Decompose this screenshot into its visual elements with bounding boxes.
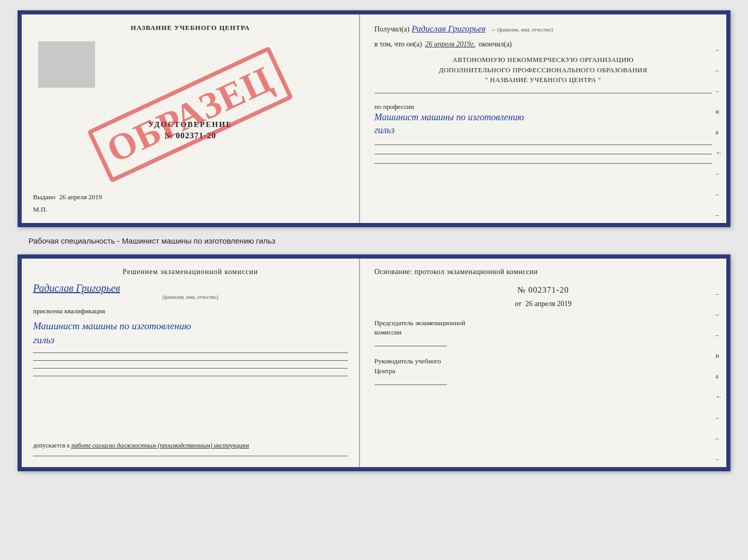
org-block: АВТОНОМНУЮ НЕКОММЕРЧЕСКУЮ ОРГАНИЗАЦИЮ ДО… (375, 55, 712, 85)
predsedatel-sig-line (375, 345, 447, 346)
photo-placeholder (38, 41, 95, 88)
qualification-name: Машинист машины по изготовлению гильз (33, 319, 348, 347)
profession-block: по профессии Машинист машины по изготовл… (375, 103, 712, 137)
org-line3: " НАЗВАНИЕ УЧЕБНОГО ЦЕНТРА " (375, 75, 712, 85)
dopusk-underline (33, 456, 348, 456)
kvalif-underline1 (33, 353, 348, 353)
rukovoditel-line1: Руководитель учебного (375, 357, 712, 366)
bottom-fio-sub: (фамилия, имя, отчество) (33, 294, 348, 300)
bottom-person-name: Радислав Григорьев (33, 282, 348, 294)
top-cert-right: Получил(а) Радислав Григорьев – (фамилия… (360, 14, 726, 223)
right-dashes-bottom: – – – и а ← – – – (715, 290, 722, 463)
prof-underline (375, 144, 712, 145)
predsedatel-block: Председатель экзаменационной комиссии (375, 318, 712, 346)
prisvoena-text: присвоена квалификация (33, 307, 348, 315)
vydano-row: Выдано 26 апреля 2019 (33, 193, 348, 203)
bottom-person-name-block: Радислав Григорьев (фамилия, имя, отчест… (33, 280, 348, 300)
protocol-date: 26 апреля 2019 (525, 300, 571, 308)
poluchil-prefix: Получил(а) (375, 25, 410, 34)
vtom-row: в том, что он(а) 26 апреля 2019г. окончи… (375, 40, 712, 49)
osnovanie-text: Основание: протокол экзаменационной коми… (375, 268, 712, 276)
ot-prefix: от (515, 300, 522, 308)
vydano-date: 26 апреля 2019 (59, 193, 102, 201)
completion-date: 26 апреля 2019г. (425, 40, 475, 49)
rabota-text: работе согласно должностным (производств… (71, 442, 249, 449)
cert-number: № 002371-20 (164, 131, 216, 140)
middle-specialty-label: Рабочая специальность - Машинист машины … (28, 236, 275, 245)
kvalif-underline4 (33, 376, 348, 376)
rukovoditel-line2: Центра (375, 366, 712, 376)
rukovoditel-sig-line (375, 384, 447, 385)
udostoverenie-label: УДОСТОВЕРЕНИЕ (148, 120, 232, 129)
bottom-cert-left: Решением экзаменационной комиссии Радисл… (22, 259, 360, 467)
kvalif-underline2 (33, 360, 348, 361)
predsedatel-line2: комиссии (375, 328, 712, 337)
ot-date-row: от 26 апреля 2019 (375, 300, 712, 308)
org-line2: ДОПОЛНИТЕЛЬНОГО ПРОФЕССИОНАЛЬНОГО ОБРАЗО… (375, 65, 712, 75)
mp-label: М.П. (33, 205, 348, 214)
obrazets-watermark: ОБРАЗЕЦ (87, 46, 293, 183)
predsedatel-line1: Председатель экзаменационной (375, 318, 712, 328)
poluchil-row: Получил(а) Радислав Григорьев – (фамилия… (375, 24, 712, 34)
dopuskaetsya-block: допускается к работе согласно должностны… (33, 441, 348, 450)
stamp-area: УДОСТОВЕРЕНИЕ № 002371-20 ОБРАЗЕЦ (33, 36, 348, 193)
protocol-number: № 002371-20 (375, 285, 712, 295)
rukovoditel-block: Руководитель учебного Центра (375, 357, 712, 385)
profession-name: Машинист машины по изготовлению гильз (375, 111, 712, 137)
resheniem-text: Решением экзаменационной комиссии (33, 268, 348, 276)
top-certificate: НАЗВАНИЕ УЧЕБНОГО ЦЕНТРА УДОСТОВЕРЕНИЕ №… (18, 10, 730, 227)
prof-underline3 (375, 163, 712, 164)
org-line1: АВТОНОМНУЮ НЕКОММЕРЧЕСКУЮ ОРГАНИЗАЦИЮ (375, 55, 712, 65)
top-cert-title: НАЗВАНИЕ УЧЕБНОГО ЦЕНТРА (33, 24, 348, 32)
vtom-prefix: в том, что он(а) (375, 40, 422, 49)
recipient-name: Радислав Григорьев (412, 24, 486, 34)
kvalif-underline3 (33, 368, 348, 369)
po-prof-label: по профессии (375, 103, 712, 111)
dash-separator: – (492, 25, 495, 34)
vydano-label: Выдано (33, 193, 55, 201)
dopuskaetsya-prefix: допускается к (33, 442, 70, 449)
okonchil-label: окончил(а) (478, 40, 512, 49)
org-underline (375, 92, 712, 93)
fio-small-label: (фамилия, имя, отчество) (497, 27, 553, 33)
prof-underline2 (375, 153, 712, 154)
bottom-certificate: Решением экзаменационной комиссии Радисл… (18, 254, 730, 471)
bottom-cert-right: Основание: протокол экзаменационной коми… (360, 259, 726, 467)
right-dashes: – – – и а ← – – – (715, 45, 722, 219)
top-cert-left: НАЗВАНИЕ УЧЕБНОГО ЦЕНТРА УДОСТОВЕРЕНИЕ №… (22, 14, 360, 223)
